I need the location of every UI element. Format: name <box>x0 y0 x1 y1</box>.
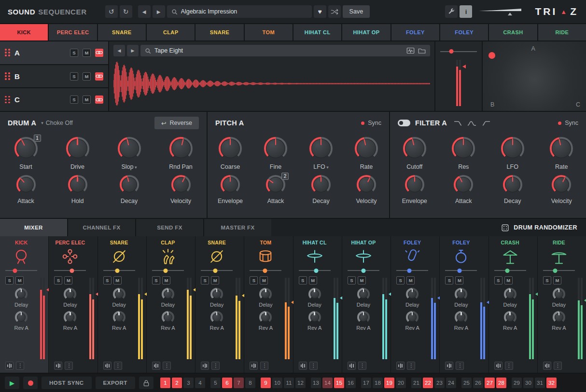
pad-tab-kick-1[interactable]: KICK <box>0 24 48 41</box>
pad-tab-snare-5[interactable]: SNARE <box>195 24 243 41</box>
choke-dropdown[interactable]: ▾ Choke Off <box>41 120 73 126</box>
layer-link-button[interactable] <box>95 49 103 57</box>
sample-preview-icon[interactable] <box>406 47 415 54</box>
filter-lowpass-icon[interactable] <box>454 120 463 126</box>
channel-menu-button[interactable]: ⋮ <box>260 362 268 370</box>
save-button[interactable]: Save <box>343 5 370 18</box>
step-14[interactable]: 14 <box>322 378 333 388</box>
knob-start[interactable]: 1 <box>14 137 38 160</box>
step-21[interactable]: 21 <box>411 378 421 388</box>
waveform-display[interactable] <box>113 59 430 108</box>
knob-lfo[interactable] <box>501 137 524 160</box>
channel-mute-button[interactable]: M <box>162 276 170 284</box>
sample-layer-b[interactable]: BSM <box>0 65 108 88</box>
pad-tab-crash-11[interactable]: CRASH <box>489 24 537 41</box>
preset-search-input[interactable] <box>181 8 307 15</box>
layer-mute-button[interactable]: M <box>83 72 91 81</box>
knob-coarse[interactable] <box>219 137 242 160</box>
delay-send-delay[interactable] <box>113 288 126 300</box>
step-11[interactable]: 11 <box>284 378 294 388</box>
volume-slider-handle[interactable] <box>263 269 267 273</box>
fx-tab-mixer[interactable]: MIXER <box>0 219 67 236</box>
filter-sync-toggle[interactable]: Sync <box>558 120 578 126</box>
channel-menu-button[interactable]: ⋮ <box>309 362 318 370</box>
knob-slop[interactable] <box>118 137 141 160</box>
channel-mute-button[interactable]: M <box>64 276 72 284</box>
pad-tab-hihat-op-8[interactable]: HIHAT OP <box>342 24 390 41</box>
step-23[interactable]: 23 <box>434 378 445 388</box>
step-22[interactable]: 22 <box>423 378 433 388</box>
filter-bandpass-icon[interactable] <box>467 120 477 126</box>
volume-slider-handle[interactable] <box>407 269 411 273</box>
channel-solo-button[interactable]: S <box>5 276 14 284</box>
mixer-strip-kick-1[interactable]: KICKSMDelayRev A⋮ <box>0 236 48 373</box>
channel-mute-button[interactable]: M <box>455 276 463 284</box>
channel-solo-button[interactable]: S <box>494 276 502 284</box>
info-button[interactable]: i <box>460 5 472 18</box>
mixer-strip-foley-9[interactable]: FOLEYSMDelayRev A⋮ <box>391 236 439 373</box>
layer-link-button[interactable] <box>95 95 103 104</box>
channel-menu-button[interactable]: ⋮ <box>163 362 171 370</box>
channel-menu-button[interactable]: ⋮ <box>211 362 220 370</box>
channel-menu-button[interactable]: ⋮ <box>65 362 73 370</box>
sample-layer-a[interactable]: ASM <box>0 41 108 64</box>
output-meter-button[interactable] <box>5 362 14 370</box>
mixer-strip-clap-4[interactable]: CLAPSMDelayRev A⋮ <box>147 236 195 373</box>
output-meter-button[interactable] <box>152 362 160 370</box>
knob-lfo[interactable] <box>309 137 333 160</box>
volume-slider-handle[interactable] <box>213 269 217 273</box>
delay-send-delay[interactable] <box>210 288 223 300</box>
step-10[interactable]: 10 <box>272 378 282 388</box>
favorite-heart-button[interactable]: ♥ <box>314 5 326 18</box>
layer-mute-button[interactable]: M <box>83 95 91 104</box>
channel-solo-button[interactable]: S <box>250 276 258 284</box>
output-meter-button[interactable] <box>396 362 405 370</box>
sample-search[interactable] <box>140 45 430 56</box>
volume-slider-handle[interactable] <box>505 269 510 273</box>
volume-slider-handle[interactable] <box>553 269 557 273</box>
volume-slider-handle[interactable] <box>13 269 17 273</box>
step-4[interactable]: 4 <box>195 378 205 388</box>
gain-slider-handle[interactable] <box>449 49 453 54</box>
morph-pad[interactable]: A B C <box>483 41 586 111</box>
sample-search-input[interactable] <box>154 47 403 54</box>
crossfade-display[interactable] <box>478 6 524 17</box>
channel-volume-slider[interactable] <box>250 268 281 273</box>
channel-mute-button[interactable]: M <box>553 276 561 284</box>
layer-solo-button[interactable]: S <box>70 49 78 57</box>
channel-mute-button[interactable]: M <box>113 276 122 284</box>
mixer-strip-ride-12[interactable]: RIDESMDelayRev A⋮ <box>538 236 586 373</box>
output-meter-button[interactable] <box>250 362 258 370</box>
channel-mute-button[interactable]: M <box>504 276 513 284</box>
knob-decay[interactable] <box>120 175 139 194</box>
volume-slider-handle[interactable] <box>314 269 318 273</box>
morph-pad-handle[interactable] <box>488 52 495 59</box>
play-button[interactable]: ▶ <box>5 377 19 389</box>
channel-volume-slider[interactable] <box>396 268 428 273</box>
step-30[interactable]: 30 <box>523 378 533 388</box>
volume-slider-handle[interactable] <box>361 269 365 273</box>
output-meter-button[interactable] <box>494 362 502 370</box>
prev-preset-button[interactable]: ◀ <box>138 5 151 18</box>
volume-slider-handle[interactable] <box>163 269 167 273</box>
mixer-strip-hihat-op-8[interactable]: HIHAT OPSMDelayRev A⋮ <box>342 236 391 373</box>
knob-fine[interactable] <box>264 137 287 160</box>
mixer-strip-tom-6[interactable]: TOMSMDelayRev A⋮ <box>244 236 293 373</box>
reverb-send-rev-a[interactable] <box>455 311 467 324</box>
lock-button[interactable] <box>139 377 153 389</box>
reverb-send-rev-a[interactable] <box>210 311 223 324</box>
step-12[interactable]: 12 <box>295 378 306 388</box>
delay-send-delay[interactable] <box>259 288 272 300</box>
layer-mute-button[interactable]: M <box>83 49 91 57</box>
channel-volume-slider[interactable] <box>299 268 331 273</box>
mixer-strip-perc-elec-2[interactable]: PERC ELECSMDelayRev A⋮ <box>49 236 97 373</box>
step-20[interactable]: 20 <box>396 378 406 388</box>
channel-volume-slider[interactable] <box>201 268 233 273</box>
volume-slider-handle[interactable] <box>70 269 74 273</box>
step-3[interactable]: 3 <box>183 378 194 388</box>
channel-menu-button[interactable]: ⋮ <box>407 362 415 370</box>
reverb-send-rev-a[interactable] <box>259 311 272 324</box>
knob-rate[interactable] <box>355 137 378 160</box>
pad-tab-ride-12[interactable]: RIDE <box>538 24 586 41</box>
mixer-strip-foley-10[interactable]: FOLEYSMDelayRev A⋮ <box>440 236 488 373</box>
